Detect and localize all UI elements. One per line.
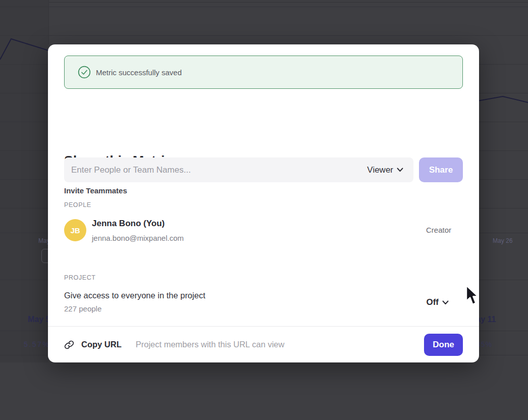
project-access-value: Off [426,297,439,307]
share-metric-modal: Metric successfully saved Share this Met… [48,44,479,362]
check-circle-icon [78,66,91,79]
copy-url-button[interactable]: Copy URL [81,340,122,349]
avatar: JB [64,219,86,241]
background-gridline [0,7,528,7]
background-column-divider [48,0,49,44]
project-people-count: 227 people [64,304,101,313]
invite-input[interactable] [71,165,363,175]
screen: { "background": { "chart": { "x_label_le… [0,0,528,420]
copy-url-hint: Project members with this URL can view [136,340,285,349]
chart-x-tick-label: May 26 [493,237,512,244]
chevron-down-icon [442,300,449,305]
background-panel-top-border [48,2,528,3]
share-button[interactable]: Share [419,158,463,182]
success-banner-text: Metric successfully saved [96,68,182,77]
invite-row: Viewer Share [64,158,463,182]
project-access-dropdown[interactable]: Off [426,297,449,307]
role-dropdown-value: Viewer [367,165,393,175]
table-cell-value: 5.57% [24,340,50,348]
avatar-initials: JB [70,226,80,235]
invite-input-container[interactable]: Viewer [64,158,413,182]
table-header-date: May 5 [28,315,50,324]
background-sidebar-column [0,0,48,362]
people-section-label: PEOPLE [64,201,91,208]
invite-teammates-label: Invite Teammates [64,186,127,195]
done-button[interactable]: Done [424,334,463,356]
chevron-down-icon [397,168,403,172]
person-role: Creator [426,226,451,234]
modal-footer: Copy URL Project members with this URL c… [48,326,479,362]
role-dropdown[interactable]: Viewer [367,165,406,175]
success-banner: Metric successfully saved [64,56,463,89]
background-gridline [0,35,528,36]
person-name: Jenna Bono (You) [92,219,165,229]
project-section-label: PROJECT [64,274,96,281]
project-access-title: Give access to everyone in the project [64,291,205,300]
person-email: jenna.bono@mixpanel.com [92,234,184,242]
link-icon [64,340,74,350]
